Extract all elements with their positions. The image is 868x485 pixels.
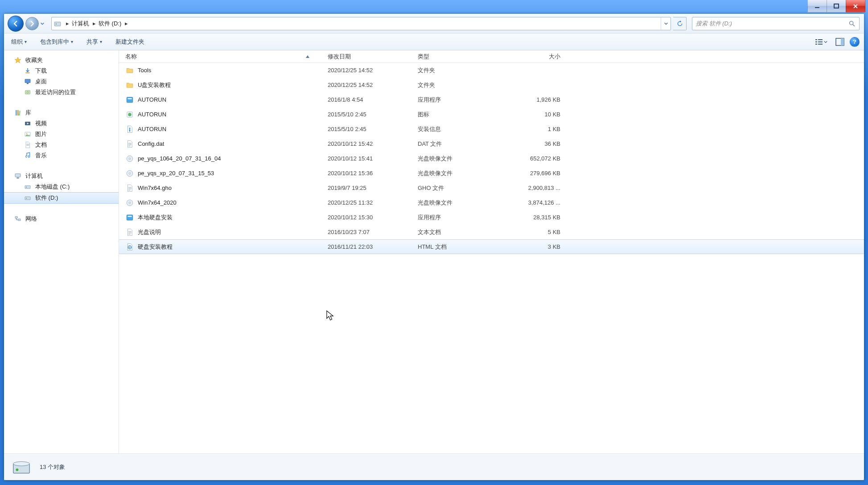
svg-point-46 (129, 173, 131, 174)
svg-point-3 (56, 23, 57, 24)
svg-rect-55 (128, 232, 132, 233)
back-forward-group (8, 16, 46, 32)
file-date: 2016/10/23 7:07 (328, 229, 418, 235)
nav-music[interactable]: 音乐 (4, 150, 119, 161)
file-name: AUTORUN (138, 111, 166, 118)
file-row[interactable]: Tools2020/12/25 14:52文件夹 (119, 63, 864, 78)
file-size: 3,874,126 ... (508, 199, 566, 206)
svg-rect-6 (818, 39, 823, 40)
forward-button[interactable] (25, 17, 39, 30)
svg-rect-24 (26, 144, 29, 144)
nav-videos[interactable]: 视频 (4, 118, 119, 129)
svg-point-38 (129, 127, 131, 129)
file-row[interactable]: U盘安装教程2020/12/25 14:52文件夹 (119, 78, 864, 92)
view-options-button[interactable] (812, 36, 830, 48)
nav-drive-c[interactable]: 本地磁盘 (C:) (4, 181, 119, 192)
maximize-button[interactable] (827, 0, 846, 12)
column-date[interactable]: 修改日期 (328, 53, 418, 61)
column-name[interactable]: 名称 (125, 53, 328, 61)
file-row[interactable]: Win7x64.gho2019/9/7 19:25GHO 文件2,900,813… (119, 181, 864, 195)
gho-icon (125, 184, 134, 193)
organize-label: 组织 (11, 38, 23, 46)
svg-point-31 (26, 198, 27, 199)
chevron-right-icon[interactable]: ▸ (63, 20, 71, 27)
svg-rect-32 (15, 217, 17, 218)
minimize-button[interactable] (807, 0, 827, 12)
file-row[interactable]: Config.dat2020/10/12 15:42DAT 文件36 KB (119, 136, 864, 151)
nav-downloads[interactable]: 下载 (4, 66, 119, 76)
file-row[interactable]: 硬盘安装教程2016/11/21 22:03HTML 文档3 KB (119, 239, 864, 254)
nav-desktop[interactable]: 桌面 (4, 76, 119, 87)
file-type: 光盘映像文件 (418, 199, 508, 207)
iso-icon (125, 169, 134, 178)
preview-pane-button[interactable] (834, 36, 846, 48)
share-menu[interactable]: 共享 ▾ (84, 36, 105, 48)
organize-menu[interactable]: 组织 ▾ (8, 36, 29, 48)
crumb-drive[interactable]: 软件 (D:) (98, 20, 122, 28)
file-row[interactable]: AUTORUN2015/5/10 2:45图标10 KB (119, 107, 864, 122)
file-row[interactable]: pe_yqs_xp_20_07_31_15_532020/10/12 15:36… (119, 166, 864, 181)
file-row[interactable]: pe_yqs_1064_20_07_31_16_042020/10/12 15:… (119, 151, 864, 166)
chevron-right-icon[interactable]: ▸ (90, 20, 98, 27)
svg-rect-1 (834, 4, 839, 8)
dat-icon (125, 140, 134, 148)
svg-point-37 (128, 113, 132, 116)
path-dropdown[interactable] (661, 17, 671, 30)
help-button[interactable]: ? (850, 37, 860, 47)
nav-network[interactable]: 网络 (4, 214, 119, 224)
svg-rect-5 (815, 39, 817, 40)
file-size: 5 KB (508, 229, 566, 235)
column-type[interactable]: 类型 (418, 53, 508, 61)
file-type: 光盘映像文件 (418, 155, 508, 163)
breadcrumb[interactable]: ▸ 计算机 ▸ 软件 (D:) ▸ (51, 17, 671, 30)
nav-computer[interactable]: 计算机 (4, 171, 119, 181)
file-date: 2020/12/25 14:52 (328, 67, 418, 74)
nav-drive-d-label: 软件 (D:) (35, 194, 58, 202)
history-dropdown[interactable] (39, 16, 46, 32)
file-name: 硬盘安装教程 (138, 243, 173, 251)
new-folder-button[interactable]: 新建文件夹 (113, 36, 147, 48)
refresh-button[interactable] (673, 17, 687, 30)
search-placeholder: 搜索 软件 (D:) (696, 20, 732, 28)
include-library-menu[interactable]: 包含到库中 ▾ (37, 36, 76, 48)
column-headers[interactable]: 名称 修改日期 类型 大小 (119, 50, 864, 63)
chevron-right-icon[interactable]: ▸ (122, 20, 130, 27)
drive-icon (24, 183, 32, 191)
nav-documents[interactable]: 文档 (4, 140, 119, 150)
svg-rect-8 (818, 41, 823, 42)
file-row[interactable]: Win7x64_20202020/12/25 11:32光盘映像文件3,874,… (119, 195, 864, 210)
file-row[interactable]: AUTORUN2016/1/8 4:54应用程序1,926 KB (119, 92, 864, 107)
file-size: 28,315 KB (508, 214, 566, 221)
svg-rect-27 (16, 177, 19, 178)
svg-point-4 (850, 21, 853, 25)
status-text: 13 个对象 (40, 463, 65, 471)
file-size: 279,696 KB (508, 170, 566, 177)
nav-libraries[interactable]: 库 (4, 107, 119, 118)
svg-rect-34 (127, 97, 133, 103)
close-button[interactable] (846, 0, 865, 12)
nav-pictures[interactable]: 图片 (4, 129, 119, 140)
nav-favorites[interactable]: 收藏夹 (4, 55, 119, 66)
nav-videos-label: 视频 (35, 119, 47, 127)
back-button[interactable] (8, 16, 24, 32)
nav-drive-d[interactable]: 软件 (D:) (4, 192, 119, 204)
nav-desktop-label: 桌面 (35, 78, 47, 86)
file-date: 2015/5/10 2:45 (328, 126, 418, 132)
svg-rect-26 (15, 174, 21, 177)
titlebar[interactable] (0, 0, 868, 14)
file-type: 文件夹 (418, 81, 508, 89)
file-row[interactable]: AUTORUN2015/5/10 2:45安装信息1 KB (119, 122, 864, 136)
file-row[interactable]: 本地硬盘安装2020/10/12 15:30应用程序28,315 KB (119, 210, 864, 225)
file-rows[interactable]: Tools2020/12/25 14:52文件夹U盘安装教程2020/12/25… (119, 63, 864, 453)
chevron-down-icon (824, 40, 827, 44)
navigation-pane[interactable]: 收藏夹 下载 桌面 最近访问的位置 (4, 50, 119, 453)
search-input[interactable]: 搜索 软件 (D:) (692, 17, 860, 30)
file-size: 1 KB (508, 126, 566, 132)
crumb-computer[interactable]: 计算机 (71, 20, 90, 28)
file-date: 2020/10/12 15:30 (328, 214, 418, 221)
file-row[interactable]: 光盘说明2016/10/23 7:07文本文档5 KB (119, 225, 864, 239)
svg-rect-30 (25, 197, 30, 200)
column-name-label: 名称 (125, 53, 137, 61)
nav-recent[interactable]: 最近访问的位置 (4, 87, 119, 98)
column-size[interactable]: 大小 (508, 53, 566, 61)
